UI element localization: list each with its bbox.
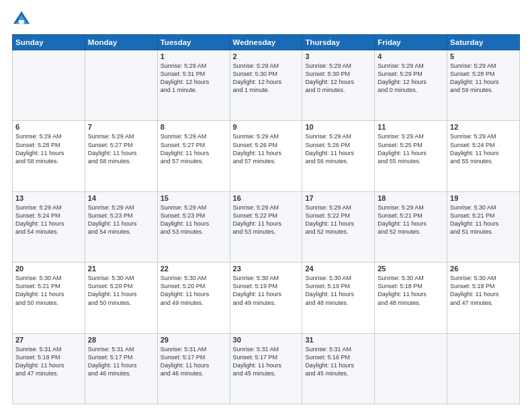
day-info: Sunrise: 5:29 AM Sunset: 5:26 PM Dayligh… — [233, 132, 300, 165]
calendar-cell: 2Sunrise: 5:29 AM Sunset: 5:30 PM Daylig… — [230, 50, 302, 121]
day-info: Sunrise: 5:31 AM Sunset: 5:18 PM Dayligh… — [15, 345, 82, 378]
calendar-cell: 15Sunrise: 5:29 AM Sunset: 5:23 PM Dayli… — [157, 191, 230, 262]
day-number: 9 — [233, 123, 300, 131]
day-number: 26 — [450, 265, 517, 273]
calendar-cell — [13, 50, 85, 121]
day-number: 20 — [15, 265, 82, 273]
day-number: 18 — [378, 194, 444, 202]
day-number: 27 — [15, 336, 82, 344]
day-info: Sunrise: 5:31 AM Sunset: 5:17 PM Dayligh… — [88, 345, 154, 378]
day-number: 5 — [450, 52, 517, 60]
calendar-table: SundayMondayTuesdayWednesdayThursdayFrid… — [12, 34, 520, 404]
calendar-cell — [447, 333, 520, 404]
day-info: Sunrise: 5:30 AM Sunset: 5:19 PM Dayligh… — [233, 274, 300, 307]
weekday-header: Friday — [375, 35, 447, 50]
day-info: Sunrise: 5:29 AM Sunset: 5:31 PM Dayligh… — [161, 62, 227, 95]
day-info: Sunrise: 5:29 AM Sunset: 5:28 PM Dayligh… — [450, 62, 517, 95]
day-info: Sunrise: 5:31 AM Sunset: 5:17 PM Dayligh… — [233, 345, 300, 378]
calendar-cell: 25Sunrise: 5:30 AM Sunset: 5:18 PM Dayli… — [375, 263, 447, 333]
day-number: 2 — [233, 52, 300, 60]
weekday-header: Tuesday — [157, 35, 230, 50]
day-info: Sunrise: 5:29 AM Sunset: 5:27 PM Dayligh… — [88, 132, 154, 165]
calendar-cell: 20Sunrise: 5:30 AM Sunset: 5:21 PM Dayli… — [13, 263, 85, 333]
weekday-header: Thursday — [302, 35, 375, 50]
day-number: 19 — [450, 194, 517, 202]
day-number: 28 — [88, 336, 154, 344]
calendar-cell: 6Sunrise: 5:29 AM Sunset: 5:28 PM Daylig… — [13, 121, 85, 191]
day-info: Sunrise: 5:29 AM Sunset: 5:24 PM Dayligh… — [450, 132, 517, 165]
calendar-cell: 14Sunrise: 5:29 AM Sunset: 5:23 PM Dayli… — [85, 191, 157, 262]
weekday-header: Wednesday — [230, 35, 302, 50]
svg-rect-2 — [19, 20, 24, 24]
day-info: Sunrise: 5:29 AM Sunset: 5:21 PM Dayligh… — [378, 203, 444, 236]
calendar-week-row: 1Sunrise: 5:29 AM Sunset: 5:31 PM Daylig… — [13, 50, 520, 121]
calendar-cell: 31Sunrise: 5:31 AM Sunset: 5:16 PM Dayli… — [302, 333, 375, 404]
day-info: Sunrise: 5:30 AM Sunset: 5:21 PM Dayligh… — [450, 203, 517, 236]
day-info: Sunrise: 5:30 AM Sunset: 5:18 PM Dayligh… — [450, 274, 517, 307]
day-number: 8 — [161, 123, 227, 131]
day-info: Sunrise: 5:29 AM Sunset: 5:24 PM Dayligh… — [15, 203, 82, 236]
calendar-week-row: 6Sunrise: 5:29 AM Sunset: 5:28 PM Daylig… — [13, 121, 520, 191]
day-number: 17 — [305, 194, 371, 202]
calendar-cell — [375, 333, 447, 404]
calendar-cell: 11Sunrise: 5:29 AM Sunset: 5:25 PM Dayli… — [375, 121, 447, 191]
calendar-cell: 5Sunrise: 5:29 AM Sunset: 5:28 PM Daylig… — [447, 50, 520, 121]
calendar-week-row: 20Sunrise: 5:30 AM Sunset: 5:21 PM Dayli… — [13, 263, 520, 333]
calendar-cell: 8Sunrise: 5:29 AM Sunset: 5:27 PM Daylig… — [157, 121, 230, 191]
day-info: Sunrise: 5:31 AM Sunset: 5:16 PM Dayligh… — [305, 345, 371, 378]
day-number: 1 — [161, 52, 227, 60]
day-info: Sunrise: 5:29 AM Sunset: 5:30 PM Dayligh… — [305, 62, 371, 95]
day-info: Sunrise: 5:30 AM Sunset: 5:21 PM Dayligh… — [15, 274, 82, 307]
calendar-cell — [85, 50, 157, 121]
day-number: 10 — [305, 123, 371, 131]
calendar-cell: 16Sunrise: 5:29 AM Sunset: 5:22 PM Dayli… — [230, 191, 302, 262]
day-info: Sunrise: 5:30 AM Sunset: 5:19 PM Dayligh… — [305, 274, 371, 307]
calendar-cell: 22Sunrise: 5:30 AM Sunset: 5:20 PM Dayli… — [157, 263, 230, 333]
logo — [12, 10, 34, 29]
calendar-cell: 12Sunrise: 5:29 AM Sunset: 5:24 PM Dayli… — [447, 121, 520, 191]
calendar-cell: 21Sunrise: 5:30 AM Sunset: 5:20 PM Dayli… — [85, 263, 157, 333]
day-number: 11 — [378, 123, 444, 131]
day-number: 13 — [15, 194, 82, 202]
day-info: Sunrise: 5:29 AM Sunset: 5:22 PM Dayligh… — [233, 203, 300, 236]
day-info: Sunrise: 5:30 AM Sunset: 5:20 PM Dayligh… — [161, 274, 227, 307]
day-info: Sunrise: 5:29 AM Sunset: 5:26 PM Dayligh… — [305, 132, 371, 165]
calendar-header-row: SundayMondayTuesdayWednesdayThursdayFrid… — [13, 35, 520, 50]
day-number: 31 — [305, 336, 371, 344]
day-number: 29 — [161, 336, 227, 344]
day-info: Sunrise: 5:29 AM Sunset: 5:23 PM Dayligh… — [88, 203, 154, 236]
weekday-header: Saturday — [447, 35, 520, 50]
day-info: Sunrise: 5:29 AM Sunset: 5:28 PM Dayligh… — [15, 132, 82, 165]
day-number: 30 — [233, 336, 300, 344]
calendar-week-row: 27Sunrise: 5:31 AM Sunset: 5:18 PM Dayli… — [13, 333, 520, 404]
calendar-cell: 18Sunrise: 5:29 AM Sunset: 5:21 PM Dayli… — [375, 191, 447, 262]
calendar-cell: 1Sunrise: 5:29 AM Sunset: 5:31 PM Daylig… — [157, 50, 230, 121]
calendar-cell: 19Sunrise: 5:30 AM Sunset: 5:21 PM Dayli… — [447, 191, 520, 262]
calendar-cell: 17Sunrise: 5:29 AM Sunset: 5:22 PM Dayli… — [302, 191, 375, 262]
calendar-cell: 9Sunrise: 5:29 AM Sunset: 5:26 PM Daylig… — [230, 121, 302, 191]
calendar-cell: 10Sunrise: 5:29 AM Sunset: 5:26 PM Dayli… — [302, 121, 375, 191]
day-number: 24 — [305, 265, 371, 273]
day-number: 25 — [378, 265, 444, 273]
weekday-header: Sunday — [13, 35, 85, 50]
day-number: 23 — [233, 265, 300, 273]
day-number: 14 — [88, 194, 154, 202]
calendar-cell: 3Sunrise: 5:29 AM Sunset: 5:30 PM Daylig… — [302, 50, 375, 121]
day-number: 16 — [233, 194, 300, 202]
calendar-week-row: 13Sunrise: 5:29 AM Sunset: 5:24 PM Dayli… — [13, 191, 520, 262]
day-number: 6 — [15, 123, 82, 131]
calendar-cell: 24Sunrise: 5:30 AM Sunset: 5:19 PM Dayli… — [302, 263, 375, 333]
day-info: Sunrise: 5:29 AM Sunset: 5:22 PM Dayligh… — [305, 203, 371, 236]
day-info: Sunrise: 5:29 AM Sunset: 5:30 PM Dayligh… — [233, 62, 300, 95]
day-info: Sunrise: 5:29 AM Sunset: 5:29 PM Dayligh… — [378, 62, 444, 95]
calendar-cell: 4Sunrise: 5:29 AM Sunset: 5:29 PM Daylig… — [375, 50, 447, 121]
day-info: Sunrise: 5:29 AM Sunset: 5:23 PM Dayligh… — [161, 203, 227, 236]
day-info: Sunrise: 5:29 AM Sunset: 5:25 PM Dayligh… — [378, 132, 444, 165]
day-number: 21 — [88, 265, 154, 273]
weekday-header: Monday — [85, 35, 157, 50]
day-info: Sunrise: 5:30 AM Sunset: 5:18 PM Dayligh… — [378, 274, 444, 307]
calendar-cell: 23Sunrise: 5:30 AM Sunset: 5:19 PM Dayli… — [230, 263, 302, 333]
day-number: 4 — [378, 52, 444, 60]
calendar-cell: 7Sunrise: 5:29 AM Sunset: 5:27 PM Daylig… — [85, 121, 157, 191]
calendar-cell: 26Sunrise: 5:30 AM Sunset: 5:18 PM Dayli… — [447, 263, 520, 333]
